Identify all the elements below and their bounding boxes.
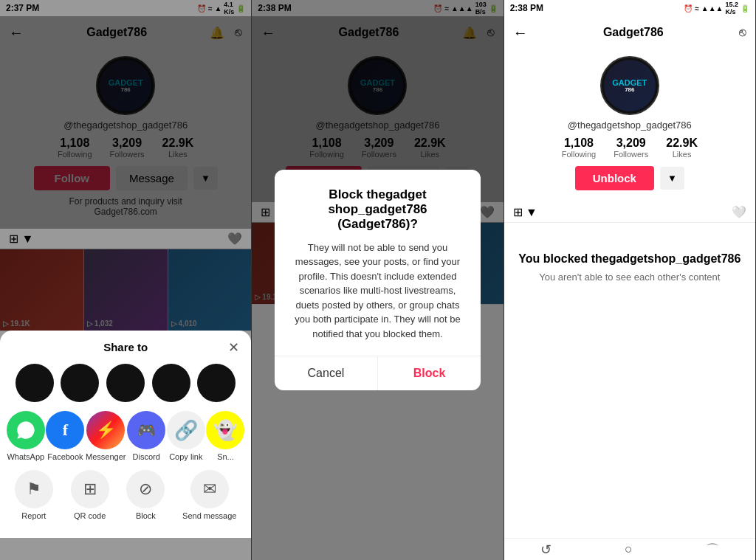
contact-avatar-4[interactable]	[152, 364, 190, 402]
share-icon-3[interactable]: ⎋	[739, 26, 746, 39]
qrcode-label: QR code	[74, 511, 106, 520]
share-apps-row: WhatsApp f Facebook ⚡ Messenger 🎮 Discor…	[0, 411, 251, 467]
blocked-subtitle: You aren't able to see each other's cont…	[539, 272, 720, 283]
contact-avatar-3[interactable]	[106, 364, 145, 402]
handle-3: @thegadgetshop_gadget786	[568, 120, 692, 131]
sendmessage-label: Send message	[182, 511, 236, 520]
discord-icon: 🎮	[127, 411, 165, 449]
avatar-3: GADGET 786	[600, 56, 659, 115]
profile-section-3: GADGET 786 @thegadgetshop_gadget786 1,10…	[504, 49, 755, 202]
action-block[interactable]: ⊘ Block	[126, 470, 165, 520]
facebook-icon: f	[46, 411, 84, 449]
share-copylink[interactable]: 🔗 Copy link	[167, 411, 205, 461]
status-icons-3: ⏰ ≈ ▲▲▲ 15.2K/s 🔋	[684, 1, 749, 15]
time-3: 2:38 PM	[510, 3, 543, 13]
modal-block-button[interactable]: Block	[378, 356, 481, 390]
copylink-label: Copy link	[169, 452, 202, 461]
home-nav-3[interactable]: ↺	[540, 542, 551, 558]
blocked-content: You blocked thegadgetshop_gadget786 You …	[504, 223, 755, 538]
share-circles-row	[0, 361, 251, 411]
followers-stat-3: 3,209 Followers	[614, 136, 648, 159]
bottom-nav-3: ↺ ○ ⌒	[504, 538, 755, 560]
modal-title: Block thegadget shop_gadget786 (Gadget78…	[289, 187, 466, 232]
contact-avatar-2[interactable]	[61, 364, 99, 402]
top-nav-3: ← Gadget786 ⎋	[504, 16, 755, 49]
modal-actions: Cancel Block	[275, 356, 481, 390]
alarm-icon-3: ⏰	[684, 4, 693, 13]
panel-2: 2:38 PM ⏰ ≈ ▲▲▲ 103B/s 🔋 ← Gadget786 🔔 ⎋	[252, 0, 504, 560]
share-facebook[interactable]: f Facebook	[46, 411, 84, 461]
share-messenger[interactable]: ⚡ Messenger	[86, 411, 126, 461]
grid-icon-3[interactable]: ⊞ ▼	[513, 205, 537, 219]
nav-title-3: Gadget786	[603, 26, 664, 39]
logo-3: GADGET 786	[612, 78, 647, 94]
share-discord[interactable]: 🎮 Discord	[127, 411, 165, 461]
following-stat-3: 1,108 Following	[562, 136, 596, 159]
modal-body: They will not be able to send you messag…	[289, 241, 466, 342]
nav-icons-3: ⎋	[739, 26, 746, 39]
modal-cancel-button[interactable]: Cancel	[275, 356, 378, 390]
share-whatsapp[interactable]: WhatsApp	[7, 411, 45, 461]
copylink-icon: 🔗	[167, 411, 205, 449]
block-label: Block	[136, 511, 156, 520]
unblock-button[interactable]: Unblock	[575, 166, 654, 190]
contact-avatar-5[interactable]	[197, 364, 236, 402]
action-qrcode[interactable]: ⊞ QR code	[71, 470, 109, 520]
panel-3: 2:38 PM ⏰ ≈ ▲▲▲ 15.2K/s 🔋 ← Gadget786 ⎋ …	[504, 0, 756, 560]
contact-avatar-1[interactable]	[16, 364, 54, 402]
heart-icon-3[interactable]: 🤍	[732, 205, 746, 219]
share-sheet-header: Share to ✕	[0, 331, 251, 361]
blocked-title: You blocked thegadgetshop_gadget786	[518, 252, 740, 266]
status-bar-3: 2:38 PM ⏰ ≈ ▲▲▲ 15.2K/s 🔋	[504, 0, 755, 16]
signal-icon-3: ▲▲▲	[701, 4, 724, 13]
block-icon: ⊘	[126, 470, 165, 508]
facebook-label: Facebook	[47, 452, 83, 461]
action-sendmessage[interactable]: ✉ Send message	[182, 470, 236, 520]
tab-icons-3: ⊞ ▼ 🤍	[504, 202, 755, 223]
stats-row-3: 1,108 Following 3,209 Followers 22.9K Li…	[562, 136, 698, 159]
action-report[interactable]: ⚑ Report	[15, 470, 53, 520]
snap-icon: 👻	[206, 411, 244, 449]
report-label: Report	[21, 511, 46, 520]
sendmessage-icon: ✉	[190, 470, 229, 508]
share-sheet: Share to ✕ WhatsApp f Facebook	[0, 331, 251, 538]
share-actions-row: ⚑ Report ⊞ QR code ⊘ Block ✉ Send messag…	[0, 467, 251, 526]
share-snap[interactable]: 👻 Sn...	[206, 411, 244, 461]
report-icon: ⚑	[15, 470, 53, 508]
block-modal: Block thegadget shop_gadget786 (Gadget78…	[275, 170, 481, 391]
share-sheet-title: Share to	[103, 341, 148, 353]
messenger-label: Messenger	[86, 452, 126, 461]
action-row-3: Unblock ▼	[575, 166, 684, 190]
battery-icon-3: 🔋	[740, 4, 749, 13]
messenger-icon: ⚡	[86, 411, 125, 449]
modal-overlay: Block thegadget shop_gadget786 (Gadget78…	[252, 0, 503, 560]
circle-nav-3[interactable]: ○	[625, 542, 633, 557]
discord-label: Discord	[133, 452, 160, 461]
whatsapp-icon	[7, 411, 45, 449]
dropdown-button-3[interactable]: ▼	[660, 167, 684, 190]
likes-stat-3: 22.9K Likes	[666, 136, 698, 159]
back-button-3[interactable]: ←	[513, 24, 528, 41]
snap-label: Sn...	[217, 452, 234, 461]
back-nav-3[interactable]: ⌒	[706, 541, 719, 559]
whatsapp-label: WhatsApp	[7, 452, 44, 461]
speed-label-3: 15.2K/s	[725, 1, 738, 15]
wifi-icon-3: ≈	[695, 4, 699, 13]
panel-1: 2:37 PM ⏰ ≈ ▲ 4.1K/s 🔋 ← Gadget786 🔔 ⎋ G…	[0, 0, 252, 560]
close-button[interactable]: ✕	[228, 339, 239, 356]
qrcode-icon: ⊞	[71, 470, 109, 508]
